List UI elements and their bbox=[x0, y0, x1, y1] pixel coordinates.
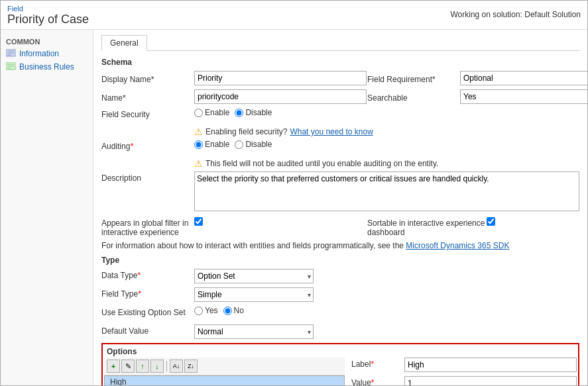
field-security-warning-row: ⚠ Enabling field security? What you need… bbox=[101, 126, 579, 137]
sdk-link[interactable]: Microsoft Dynamics 365 SDK bbox=[406, 241, 509, 250]
info-triangle-icon: ⚠ bbox=[194, 158, 203, 169]
description-label: Description bbox=[101, 171, 194, 183]
schema-section-header: Schema bbox=[101, 58, 579, 67]
description-row: Description Select the priority so that … bbox=[101, 171, 579, 213]
sort-za-button[interactable]: Z↓ bbox=[184, 360, 198, 373]
toolbar-separator bbox=[166, 361, 167, 371]
field-security-row: Field Security Enable Disable bbox=[101, 108, 579, 122]
sortable-checkbox[interactable] bbox=[487, 217, 495, 226]
option-value-input[interactable] bbox=[404, 376, 577, 385]
tab-general[interactable]: General bbox=[101, 35, 147, 51]
sortable-right: Sortable in interactive experience dashb… bbox=[367, 217, 579, 237]
content-area: General Schema Display Name* Field Requi… bbox=[93, 30, 587, 385]
auditing-enable-radio[interactable] bbox=[194, 140, 203, 149]
auditing-enable-label[interactable]: Enable bbox=[194, 140, 229, 149]
sortable-label: Sortable in interactive experience dashb… bbox=[367, 217, 487, 237]
field-type-dropdown-wrapper: Simple ▾ bbox=[194, 287, 314, 302]
list-item[interactable]: High bbox=[105, 376, 344, 385]
option-label-row: Label* bbox=[351, 358, 577, 372]
data-type-select[interactable]: Option Set bbox=[194, 269, 314, 283]
use-existing-no-label[interactable]: No bbox=[223, 306, 244, 315]
global-filter-left: Appears in global filter in interactive … bbox=[101, 217, 367, 237]
display-name-col: Display Name* bbox=[101, 71, 367, 85]
field-security-enable-label[interactable]: Enable bbox=[194, 108, 229, 117]
move-down-button[interactable]: ↓ bbox=[150, 360, 164, 373]
field-requirement-label: Field Requirement* bbox=[367, 73, 460, 84]
display-name-row: Display Name* Field Requirement* Optiona… bbox=[101, 71, 579, 85]
field-security-link[interactable]: What you need to know bbox=[290, 127, 373, 136]
option-value-row: Value* bbox=[351, 376, 577, 385]
auditing-label: Auditing* bbox=[101, 140, 194, 151]
auditing-radio-group: Enable Disable bbox=[194, 140, 579, 149]
options-list: High Normal Low Critical bbox=[104, 375, 345, 385]
field-type-label: Field Type* bbox=[101, 287, 194, 299]
field-requirement-dropdown-wrapper: Optional Business Recommended Business R… bbox=[460, 71, 587, 85]
field-type-select[interactable]: Simple bbox=[194, 287, 314, 302]
use-existing-radio-group: Yes No bbox=[194, 306, 579, 315]
auditing-controls: Enable Disable bbox=[194, 140, 579, 149]
global-filter-label: Appears in global filter in interactive … bbox=[101, 217, 194, 237]
move-up-button[interactable]: ↑ bbox=[136, 360, 149, 373]
description-textarea[interactable]: Select the priority so that preferred cu… bbox=[194, 171, 579, 211]
field-security-disable-radio[interactable] bbox=[235, 109, 243, 117]
edit-option-button[interactable]: ✎ bbox=[121, 360, 135, 373]
use-existing-yes-label[interactable]: Yes bbox=[194, 306, 218, 315]
sidebar: Common Information bbox=[1, 30, 93, 385]
add-option-button[interactable]: + bbox=[107, 360, 120, 373]
warning-icon: ⚠ bbox=[194, 126, 203, 137]
options-section: Options + ✎ ↑ ↓ A↓ Z↓ bbox=[101, 343, 579, 385]
searchable-col: Searchable Yes No ▾ bbox=[367, 89, 579, 104]
field-type-row: Field Type* Simple ▾ bbox=[101, 287, 579, 302]
page-title: Priority of Case bbox=[7, 13, 89, 26]
sidebar-business-rules-label: Business Rules bbox=[19, 62, 74, 72]
data-type-control: Option Set ▾ bbox=[194, 269, 579, 283]
data-type-row: Data Type* Option Set ▾ bbox=[101, 269, 579, 283]
tab-bar: General bbox=[101, 35, 579, 51]
display-name-input[interactable] bbox=[194, 71, 367, 85]
searchable-select[interactable]: Yes No bbox=[460, 89, 587, 104]
type-section-header: Type bbox=[101, 256, 579, 265]
rules-icon bbox=[6, 62, 17, 72]
use-existing-yes-radio[interactable] bbox=[194, 307, 203, 315]
sidebar-item-information[interactable]: Information bbox=[1, 47, 93, 60]
field-requirement-select[interactable]: Optional Business Recommended Business R… bbox=[460, 71, 587, 85]
auditing-disable-label[interactable]: Disable bbox=[235, 140, 272, 149]
option-value-label: Value* bbox=[351, 376, 404, 385]
working-on-label: Working on solution: Default Solution bbox=[450, 5, 581, 19]
searchable-dropdown-wrapper: Yes No ▾ bbox=[460, 89, 587, 104]
display-name-label: Display Name* bbox=[101, 73, 194, 84]
name-input[interactable] bbox=[194, 89, 367, 104]
field-security-radio-group: Enable Disable bbox=[194, 108, 579, 117]
options-list-col: + ✎ ↑ ↓ A↓ Z↓ High Normal Low Cri bbox=[104, 358, 345, 385]
sidebar-item-business-rules[interactable]: Business Rules bbox=[1, 60, 93, 73]
use-existing-label: Use Existing Option Set bbox=[101, 306, 194, 317]
options-toolbar: + ✎ ↑ ↓ A↓ Z↓ bbox=[104, 358, 345, 375]
use-existing-row: Use Existing Option Set Yes No bbox=[101, 306, 579, 320]
header: Field Priority of Case Working on soluti… bbox=[1, 1, 587, 30]
field-requirement-col: Field Requirement* Optional Business Rec… bbox=[367, 71, 579, 85]
global-filter-checkbox[interactable] bbox=[194, 217, 203, 226]
auditing-disable-radio[interactable] bbox=[235, 140, 243, 149]
sort-az-button[interactable]: A↓ bbox=[170, 360, 183, 373]
default-value-select[interactable]: Normal High Low Critical bbox=[194, 324, 314, 339]
info-icon bbox=[6, 49, 17, 58]
field-security-enable-radio[interactable] bbox=[194, 109, 203, 117]
auditing-row: Auditing* Enable Disable bbox=[101, 140, 579, 154]
name-col: Name* bbox=[101, 89, 367, 104]
header-left: Field Priority of Case bbox=[7, 5, 89, 26]
sidebar-information-label: Information bbox=[19, 49, 59, 58]
data-type-dropdown-wrapper: Option Set ▾ bbox=[194, 269, 314, 283]
options-props-col: Label* Value* bbox=[351, 358, 577, 385]
field-security-controls: Enable Disable bbox=[194, 108, 579, 117]
use-existing-no-radio[interactable] bbox=[223, 307, 232, 315]
option-label-input[interactable] bbox=[404, 358, 577, 372]
options-panel: + ✎ ↑ ↓ A↓ Z↓ High Normal Low Cri bbox=[104, 358, 577, 385]
sidebar-section-label: Common bbox=[1, 35, 93, 47]
auditing-info-row: ⚠ This field will not be audited until y… bbox=[101, 158, 579, 169]
searchable-label: Searchable bbox=[367, 91, 460, 103]
option-value-input-wrap bbox=[404, 376, 577, 385]
options-header: Options bbox=[104, 346, 577, 358]
field-type-control: Simple ▾ bbox=[194, 287, 579, 302]
field-security-disable-label[interactable]: Disable bbox=[235, 108, 272, 117]
default-value-dropdown-wrapper: Normal High Low Critical ▾ bbox=[194, 324, 314, 339]
